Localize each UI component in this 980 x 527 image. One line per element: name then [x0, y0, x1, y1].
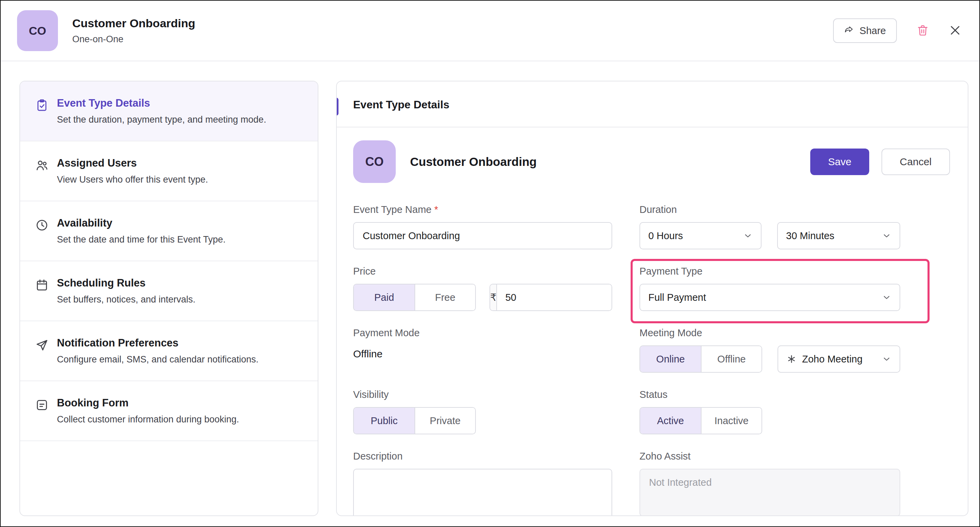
active-section-accent: [336, 98, 339, 116]
price-toggle: Paid Free: [353, 284, 476, 311]
payment-type-select[interactable]: Full Payment: [640, 284, 900, 311]
meeting-mode-label: Meeting Mode: [640, 327, 900, 339]
description-textarea[interactable]: [353, 469, 612, 516]
sidebar-item-description: Configure email, SMS, and calendar notif…: [57, 353, 258, 365]
form-actions: Save Cancel: [810, 149, 951, 175]
price-paid-option[interactable]: Paid: [354, 284, 415, 310]
field-zoho-assist: Zoho Assist Not Integrated: [640, 451, 900, 516]
duration-hours-select[interactable]: 0 Hours: [640, 222, 762, 249]
sidebar-item-label: Scheduling Rules: [57, 277, 195, 289]
clipboard-check-icon: [35, 98, 49, 112]
payment-type-highlight-box: Payment Type Full Payment: [631, 259, 929, 323]
sidebar-item-label: Assigned Users: [57, 157, 208, 169]
form-icon: [35, 398, 49, 412]
price-amount-field: ₹: [490, 284, 612, 311]
sidebar-item-label: Booking Form: [57, 397, 239, 409]
event-type-kind: One-on-One: [72, 34, 195, 44]
currency-symbol: ₹: [490, 284, 497, 310]
event-type-settings-page: CO Customer Onboarding One-on-One Share: [0, 0, 980, 527]
sidebar-item-assigned-users[interactable]: Assigned Users View Users who offer this…: [20, 141, 318, 201]
close-button[interactable]: [949, 24, 962, 38]
visibility-private-option[interactable]: Private: [415, 408, 475, 434]
sidebar-item-label: Availability: [57, 217, 226, 229]
field-status: Status Active Inactive: [640, 389, 900, 434]
sidebar-item-availability[interactable]: Availability Set the date and time for t…: [20, 201, 318, 261]
share-label: Share: [860, 25, 886, 37]
duration-minutes-select[interactable]: 30 Minutes: [777, 222, 900, 249]
event-type-form: Event Type Name* Duration 0 Hours: [353, 204, 951, 516]
duration-minutes-value: 30 Minutes: [786, 230, 834, 241]
meeting-provider-select[interactable]: Zoho Meeting: [778, 345, 900, 373]
event-avatar: CO: [17, 10, 58, 51]
visibility-public-option[interactable]: Public: [354, 408, 415, 434]
panel-body: CO Customer Onboarding Save Cancel Event…: [337, 127, 968, 516]
zoho-meeting-icon: [786, 354, 797, 364]
delete-button[interactable]: [916, 24, 929, 38]
payment-mode-value: Offline: [353, 345, 612, 360]
field-description: Description: [353, 451, 612, 516]
duration-label: Duration: [640, 204, 900, 215]
sidebar-item-description: View Users who offer this event type.: [57, 173, 208, 186]
content-area: Event Type Details Set the duration, pay…: [1, 61, 979, 516]
event-avatar: CO: [353, 140, 396, 183]
payment-mode-label: Payment Mode: [353, 327, 612, 339]
cancel-button[interactable]: Cancel: [881, 149, 950, 175]
chevron-down-icon: [743, 231, 752, 241]
close-icon: [949, 24, 962, 38]
section-title: Event Type Details: [353, 98, 449, 111]
field-payment-type: Payment Type Full Payment: [640, 266, 900, 311]
calendar-icon: [35, 278, 49, 292]
status-inactive-option[interactable]: Inactive: [701, 408, 762, 434]
share-button[interactable]: Share: [833, 18, 897, 43]
meeting-mode-toggle: Online Offline: [640, 345, 762, 373]
status-toggle: Active Inactive: [640, 407, 762, 434]
sidebar-item-description: Set buffers, notices, and intervals.: [57, 293, 195, 306]
meeting-mode-online-option[interactable]: Online: [640, 346, 701, 372]
users-icon: [35, 159, 49, 172]
sidebar-item-label: Event Type Details: [57, 97, 266, 110]
event-type-name-input[interactable]: [353, 222, 612, 249]
meeting-provider-value: Zoho Meeting: [802, 354, 862, 365]
share-icon: [844, 25, 854, 37]
event-name: Customer Onboarding: [410, 155, 536, 168]
payment-type-label: Payment Type: [640, 266, 900, 277]
trash-icon: [916, 24, 929, 38]
sidebar-item-description: Set the date and time for this Event Typ…: [57, 233, 226, 246]
sidebar-item-event-type-details[interactable]: Event Type Details Set the duration, pay…: [20, 81, 318, 141]
event-title-row: CO Customer Onboarding Save Cancel: [353, 140, 951, 183]
zoho-assist-label: Zoho Assist: [640, 451, 900, 462]
field-price: Price Paid Free ₹: [353, 266, 612, 311]
field-visibility: Visibility Public Private: [353, 389, 612, 434]
sidebar-item-scheduling-rules[interactable]: Scheduling Rules Set buffers, notices, a…: [20, 261, 318, 321]
sidebar-item-booking-form[interactable]: Booking Form Collect customer informatio…: [20, 381, 318, 441]
price-amount-input[interactable]: [497, 284, 612, 310]
chevron-down-icon: [882, 354, 891, 364]
status-active-option[interactable]: Active: [640, 408, 701, 434]
price-free-option[interactable]: Free: [415, 284, 475, 310]
visibility-label: Visibility: [353, 389, 612, 400]
field-duration: Duration 0 Hours 30 Minutes: [640, 204, 900, 249]
payment-type-value: Full Payment: [648, 292, 706, 303]
event-type-name-label: Event Type Name*: [353, 204, 612, 215]
send-icon: [35, 338, 49, 352]
event-meta: Customer Onboarding One-on-One: [72, 17, 195, 44]
meeting-mode-offline-option[interactable]: Offline: [701, 346, 762, 372]
visibility-toggle: Public Private: [353, 407, 476, 434]
top-actions: Share: [833, 18, 962, 43]
chevron-down-icon: [882, 293, 891, 302]
page-title: Customer Onboarding: [72, 17, 195, 30]
clock-icon: [35, 218, 49, 232]
required-asterisk: *: [434, 204, 438, 215]
save-button[interactable]: Save: [810, 149, 869, 175]
duration-hours-value: 0 Hours: [648, 230, 683, 241]
chevron-down-icon: [882, 231, 891, 241]
description-label: Description: [353, 451, 612, 462]
price-label: Price: [353, 266, 612, 277]
panel-header: Event Type Details: [337, 81, 968, 127]
settings-nav: Event Type Details Set the duration, pay…: [19, 81, 318, 516]
sidebar-item-notification-preferences[interactable]: Notification Preferences Configure email…: [20, 321, 318, 381]
zoho-assist-status: Not Integrated: [640, 469, 900, 516]
sidebar-item-description: Set the duration, payment type, and meet…: [57, 113, 266, 126]
field-event-type-name: Event Type Name*: [353, 204, 612, 249]
sidebar-item-label: Notification Preferences: [57, 337, 258, 349]
